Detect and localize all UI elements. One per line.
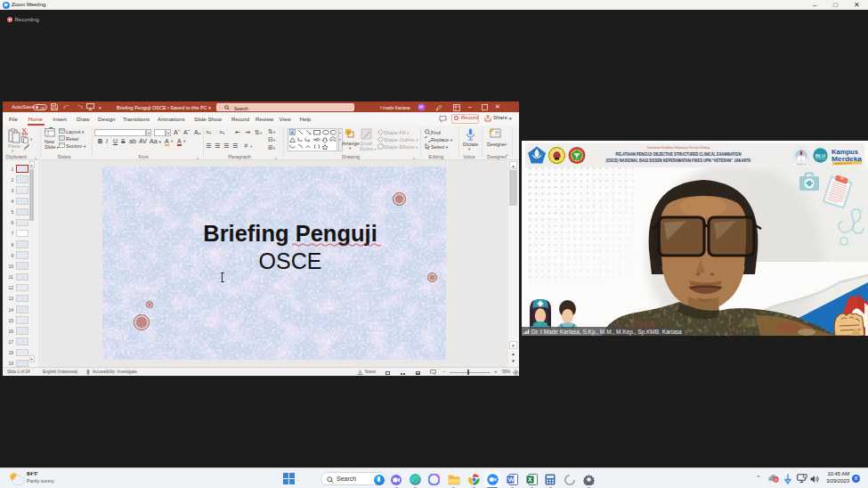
svg-text:PELATIHAN PENGUJI OBJECTIVE ST: PELATIHAN PENGUJI OBJECTIVE STRUCTURED C… [616,151,742,157]
svg-text:BLU: BLU [815,153,825,159]
svg-text:W: W [508,476,515,484]
svg-text:U P N V J: U P N V J [797,163,806,165]
svg-text:X: X [528,476,532,484]
svg-text:A: A [291,130,295,135]
svg-text:(OSCE) NASIONAL BAGI DOSEN KEP: (OSCE) NASIONAL BAGI DOSEN KEPERAWATAN F… [606,158,751,163]
svg-text:Kementerian Pendidikan, Kebuda: Kementerian Pendidikan, Kebudayaan, Rise… [647,146,710,150]
